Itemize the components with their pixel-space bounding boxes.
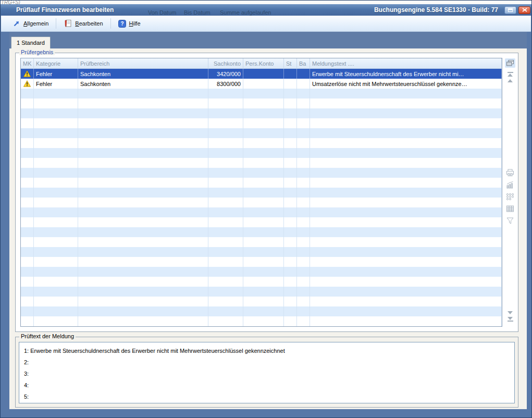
arrow-up-right-icon <box>13 20 20 28</box>
cell-perskonto <box>243 287 284 297</box>
close-button[interactable] <box>518 6 530 14</box>
cell-meldungstext: Erwerbe mit Steuerschuldnerschaft des Er… <box>310 69 502 79</box>
cell-ba <box>297 297 310 306</box>
cell-meldungstext <box>310 138 502 148</box>
cell-st <box>284 89 297 99</box>
column-chooser-button[interactable] <box>505 58 515 68</box>
column-header-pruefbereich[interactable]: Prüfbereich <box>78 58 208 68</box>
cell-ba <box>297 89 310 99</box>
pruefergebnis-group-label: Prüfergebnis <box>19 49 55 55</box>
empty-table-row <box>21 207 502 217</box>
empty-table-row <box>21 247 502 257</box>
bearbeiten-button[interactable]: Bearbeiten <box>59 18 107 29</box>
cell-pruefbereich: Sachkonten <box>78 79 208 89</box>
cell-ba <box>297 257 310 267</box>
allgemein-button[interactable]: Allgemein <box>8 18 53 29</box>
cell-st <box>284 207 297 217</box>
cell-ba <box>297 287 310 297</box>
cell-mk <box>21 207 34 217</box>
cell-perskonto <box>243 168 284 178</box>
empty-table-row <box>21 287 502 297</box>
table-row[interactable]: FehlerSachkonten3420/000Erwerbe mit Steu… <box>21 69 502 79</box>
cell-perskonto <box>243 69 284 79</box>
cell-sachkonto <box>208 89 243 99</box>
cell-pruefbereich <box>78 247 208 257</box>
tab-strip: 1 Standard <box>9 32 527 48</box>
cell-sachkonto <box>208 178 243 188</box>
hilfe-button[interactable]: ? Hilfe <box>114 18 145 29</box>
svg-text:?: ? <box>120 21 123 27</box>
cell-st <box>284 277 297 287</box>
dot-grid-button[interactable] <box>506 193 514 201</box>
prueftext-group-label: Prüftext der Meldung <box>19 333 76 339</box>
column-header-kategorie[interactable]: Kategorie <box>34 58 78 68</box>
cell-st <box>284 108 297 118</box>
cell-ba <box>297 316 310 326</box>
client-area: 1 Standard Prüfergebnis MKKategoriePrüfb… <box>9 32 527 409</box>
cell-ba <box>297 188 310 198</box>
cell-kategorie <box>34 227 78 237</box>
scroll-to-bottom-button[interactable] <box>508 317 513 322</box>
empty-table-row <box>21 198 502 207</box>
cell-st <box>284 306 297 316</box>
titlebar[interactable]: Prüflauf Finanzwesen bearbeiten Von Datu… <box>1 4 531 16</box>
cell-kategorie <box>34 247 78 257</box>
cell-st <box>284 158 297 168</box>
cell-st <box>284 138 297 148</box>
chart-button[interactable] <box>506 181 514 189</box>
grid-side-toolbar <box>504 58 516 327</box>
cell-pruefbereich <box>78 89 208 99</box>
cell-kategorie <box>34 188 78 198</box>
ghost-column-bis-datum: Bis Datum <box>184 9 211 16</box>
column-header-perskonto[interactable]: Pers.Konto <box>243 58 284 68</box>
window-title: Prüflauf Finanzwesen bearbeiten <box>1 6 114 14</box>
restore-icon <box>508 8 513 12</box>
message-line: 1: Erwerbe mit Steuerschuldnerschaft des… <box>24 345 510 356</box>
cell-perskonto <box>243 257 284 267</box>
print-button[interactable] <box>506 169 514 177</box>
filter-funnel-icon <box>506 217 514 225</box>
column-header-ba[interactable]: Ba <box>297 58 310 68</box>
cell-sachkonto <box>208 306 243 316</box>
cell-pruefbereich <box>78 188 208 198</box>
message-textbox[interactable]: 1: Erwerbe mit Steuerschuldnerschaft des… <box>19 342 515 403</box>
column-header-sachkonto[interactable]: Sachkonto <box>208 58 243 68</box>
toolbar-button-label: Allgemein <box>23 20 48 27</box>
cell-st <box>284 128 297 138</box>
filter-button[interactable] <box>506 217 514 225</box>
cell-mk <box>21 108 34 118</box>
message-line: 2: <box>24 356 510 368</box>
scroll-up-button[interactable] <box>508 79 513 82</box>
cell-ba <box>297 79 310 89</box>
column-header-mk[interactable]: MK <box>21 58 34 68</box>
empty-table-row <box>21 188 502 198</box>
background-fragment-text: TRG+S) <box>1 1 20 4</box>
table-view-button[interactable] <box>506 205 514 213</box>
tab-standard[interactable]: 1 Standard <box>11 36 51 48</box>
edit-document-icon <box>64 19 72 28</box>
table-row[interactable]: FehlerSachkonten8300/000Umsatzerlöse nic… <box>21 79 502 89</box>
cell-ba <box>297 118 310 128</box>
cell-meldungstext <box>310 267 502 277</box>
scroll-down-button[interactable] <box>508 311 513 314</box>
cell-sachkonto <box>208 316 243 326</box>
close-icon <box>522 8 527 12</box>
cell-pruefbereich <box>78 207 208 217</box>
cell-meldungstext <box>310 316 502 326</box>
cell-mk <box>21 198 34 207</box>
column-header-st[interactable]: St <box>284 58 297 68</box>
cell-kategorie <box>34 207 78 217</box>
cell-ba <box>297 247 310 257</box>
tab-label: 1 Standard <box>17 40 45 46</box>
cell-mk <box>21 158 34 168</box>
cell-mk <box>21 148 34 158</box>
cell-kategorie <box>34 178 78 188</box>
cell-meldungstext <box>310 257 502 267</box>
restore-button[interactable] <box>504 6 516 14</box>
column-header-meldungstext[interactable]: Meldungstext .... <box>310 58 502 68</box>
empty-table-row <box>21 316 502 326</box>
scroll-to-top-button[interactable] <box>508 72 513 77</box>
cell-ba <box>297 148 310 158</box>
cell-st <box>284 316 297 326</box>
cell-mk <box>21 138 34 148</box>
